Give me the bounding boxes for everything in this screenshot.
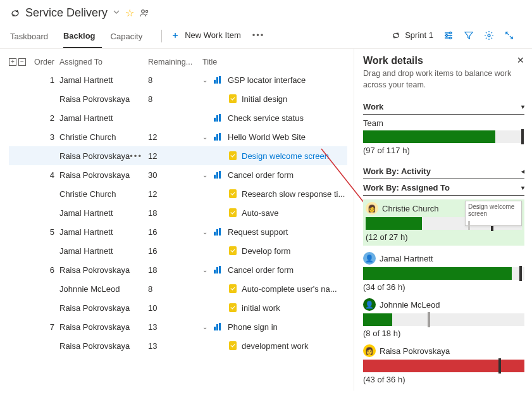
grid-row[interactable]: Raisa Pokrovskaya13development work <box>9 336 347 355</box>
task-icon <box>229 284 237 293</box>
caret-down-icon: ▾ <box>521 184 524 191</box>
task-icon <box>229 341 237 350</box>
cell-assigned: Jamal Hartnett <box>59 75 148 85</box>
col-title[interactable]: Title <box>202 58 347 66</box>
section-by-activity[interactable]: Work By: Activity ◂ <box>363 166 524 179</box>
cell-title: ⌄Phone sign in <box>202 322 347 332</box>
cell-remaining: 18 <box>148 265 202 275</box>
cell-remaining: 30 <box>148 170 202 180</box>
cell-title: Develop form <box>202 246 347 256</box>
gear-icon[interactable] <box>484 30 494 41</box>
cell-title: Initial design <box>202 94 347 104</box>
collapse-all-button[interactable]: − <box>18 58 26 66</box>
cell-assigned: Jamal Hartnett <box>59 246 148 256</box>
grid-row[interactable]: Jamal Hartnett18Auto-save <box>9 203 347 222</box>
col-assigned[interactable]: Assigned To <box>59 58 148 66</box>
grid-row[interactable]: Johnnie McLeod8Auto-complete user's na..… <box>9 279 347 298</box>
close-icon[interactable]: ✕ <box>517 55 524 65</box>
cell-title: ⌄Request support <box>202 227 347 237</box>
person-capacity[interactable]: 👩Christie Church(12 of 27 h)Design welco… <box>363 199 524 246</box>
team-icon[interactable] <box>139 8 149 18</box>
cell-assigned: Raisa Pokrovskaya <box>59 170 148 180</box>
person-bar <box>363 360 524 372</box>
cell-title: development work <box>202 341 347 351</box>
cell-remaining: 10 <box>148 303 202 313</box>
cell-assigned: Jamal Hartnett <box>59 208 148 218</box>
person-name: Christie Church <box>382 204 439 213</box>
cell-order: 6 <box>34 265 59 275</box>
filter-icon[interactable] <box>464 30 474 41</box>
expander-icon[interactable]: ⌄ <box>202 323 209 330</box>
team-capacity-bar <box>363 130 524 143</box>
backlog-item-icon <box>214 266 223 273</box>
more-actions-button[interactable]: ••• <box>252 30 265 45</box>
person-text: (34 of 36 h) <box>363 282 524 292</box>
grid-row[interactable]: Raisa Pokrovskaya10initial work <box>9 298 347 317</box>
grid-row[interactable]: Jamal Hartnett16Develop form <box>9 241 347 260</box>
pivot-tabs: Taskboard Backlog Capacity ＋ New Work It… <box>0 22 532 49</box>
grid-row[interactable]: 3Christie Church12⌄Hello World Web Site <box>9 127 347 146</box>
cell-order: 3 <box>34 132 59 142</box>
grid-row[interactable]: Christie Church12Research slow response … <box>9 184 347 203</box>
section-work[interactable]: Work ▾ <box>363 102 524 115</box>
section-by-assigned[interactable]: Work By: Assigned To ▾ <box>363 183 524 196</box>
person-bar <box>363 313 524 326</box>
cell-assigned: Raisa Pokrovskaya <box>59 322 148 332</box>
grid-row[interactable]: 4Raisa Pokrovskaya30⌄Cancel order form <box>9 165 347 184</box>
tab-taskboard[interactable]: Taskboard <box>10 28 54 47</box>
expander-icon[interactable]: ⌄ <box>202 134 209 141</box>
tab-capacity[interactable]: Capacity <box>111 28 149 47</box>
cell-remaining: 16 <box>148 227 202 237</box>
backlog-item-icon <box>214 114 223 122</box>
new-work-item-button[interactable]: ＋ New Work Item <box>171 30 241 46</box>
caret-down-icon: ▾ <box>521 103 524 110</box>
fullscreen-icon[interactable] <box>504 30 514 41</box>
task-icon <box>229 94 237 103</box>
task-icon <box>229 151 237 160</box>
chevron-down-icon[interactable] <box>113 8 120 18</box>
backlog-item-icon <box>214 323 223 330</box>
person-capacity[interactable]: 👤Johnnie McLeod(8 of 18 h) <box>363 298 524 338</box>
page-title: Service Delivery <box>25 6 108 20</box>
grid-row[interactable]: Raisa Pokrovskaya8Initial design <box>9 89 347 108</box>
grid-row[interactable]: 5Jamal Hartnett16⌄Request support <box>9 222 347 241</box>
task-icon <box>229 246 237 255</box>
avatar: 👤 <box>363 252 376 265</box>
tab-backlog[interactable]: Backlog <box>63 27 102 48</box>
sprint-picker[interactable]: Sprint 1 <box>391 30 433 41</box>
grid-row[interactable]: 1Jamal Hartnett8⌄GSP locator interface <box>9 70 347 89</box>
favorite-icon[interactable]: ☆ <box>125 7 134 19</box>
cell-title: ⌄Cancel order form <box>202 170 347 180</box>
cell-remaining: 8 <box>148 94 202 104</box>
cell-title: ⌄GSP locator interface <box>202 75 347 85</box>
person-capacity[interactable]: 👤Jamal Hartnett(34 of 36 h) <box>363 252 524 292</box>
grid-row[interactable]: Raisa Pokrovskaya•••12Design welcome scr… <box>9 146 347 165</box>
svg-point-0 <box>142 9 145 13</box>
grid-row[interactable]: 2Jamal HartnettCheck service status <box>9 108 347 127</box>
cell-title: ⌄Cancel order form <box>202 265 347 275</box>
expander-icon[interactable]: ⌄ <box>202 267 209 273</box>
team-label: Team <box>363 118 524 128</box>
cell-remaining: 16 <box>148 246 202 256</box>
grid-row[interactable]: 6Raisa Pokrovskaya18⌄Cancel order form <box>9 260 347 279</box>
cell-assigned: Christie Church <box>59 132 148 142</box>
expander-icon[interactable]: ⌄ <box>202 77 209 84</box>
backlog-item-icon <box>214 228 223 236</box>
person-capacity[interactable]: 👩Raisa Pokrovskaya(43 of 36 h) <box>363 344 524 384</box>
divider <box>161 30 162 42</box>
row-actions-button[interactable]: ••• <box>130 151 142 161</box>
expander-icon[interactable]: ⌄ <box>202 229 209 236</box>
cell-title: initial work <box>202 303 347 313</box>
expand-all-button[interactable]: + <box>9 58 16 66</box>
drag-preview-card[interactable]: Design welcome screen <box>465 201 522 226</box>
expander-icon[interactable]: ⌄ <box>202 172 209 179</box>
cell-assigned: Raisa Pokrovskaya <box>59 303 148 313</box>
cell-title: Research slow response ti... <box>202 189 347 199</box>
grid-row[interactable]: 7Raisa Pokrovskaya13⌄Phone sign in <box>9 317 347 336</box>
col-remaining[interactable]: Remaining... <box>148 58 202 66</box>
sprint-label: Sprint 1 <box>405 30 433 40</box>
col-order[interactable]: Order <box>34 58 59 66</box>
person-name: Johnnie McLeod <box>380 300 440 310</box>
settings-icon[interactable] <box>443 30 454 41</box>
cell-remaining: 8 <box>148 284 202 294</box>
